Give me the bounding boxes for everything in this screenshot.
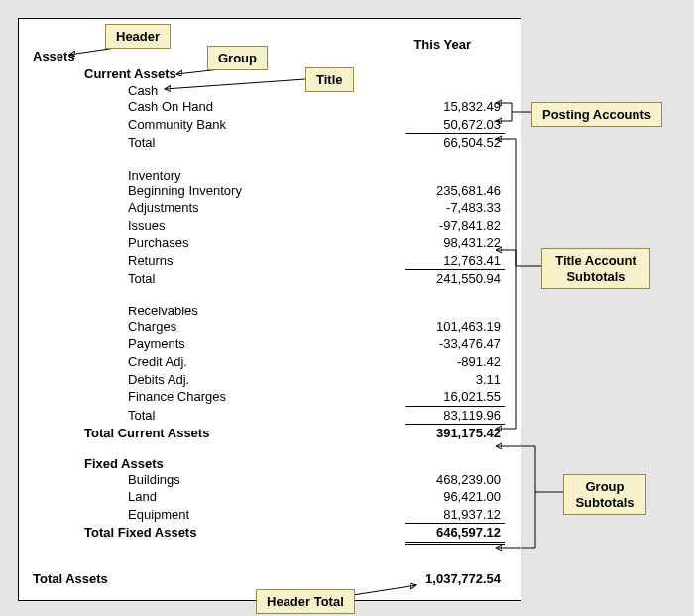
row-credit-adj: Credit Adj. -891.42 xyxy=(128,353,505,371)
label: Debits Adj. xyxy=(128,371,405,389)
label: Buildings xyxy=(128,471,405,489)
row-total-current-assets: Total Current Assets 391,175.42 xyxy=(84,425,505,442)
row-charges: Charges 101,463.19 xyxy=(128,318,505,336)
row-land: Land 96,421.00 xyxy=(128,488,505,506)
label: Purchases xyxy=(128,234,405,252)
label: Total Current Assets xyxy=(84,425,209,442)
label: Total xyxy=(128,407,405,426)
value: 15,832.49 xyxy=(405,98,505,116)
row-total-assets: Total Assets 1,037,772.54 xyxy=(33,571,505,586)
callout-title: Title xyxy=(305,67,354,92)
value: 468,239.00 xyxy=(405,471,505,489)
balance-sheet-document: This Year Assets Current Assets Cash Cas… xyxy=(18,18,521,601)
row-cash-on-hand: Cash On Hand 15,832.49 xyxy=(128,98,505,116)
callout-title-subtotals: Title Account Subtotals xyxy=(541,248,650,289)
row-inventory-total: Total 241,550.94 xyxy=(128,270,505,288)
assets-header: Assets xyxy=(33,49,75,63)
callout-header: Header xyxy=(105,24,171,49)
row-receivables-total: Total 83,119.96 xyxy=(128,407,505,426)
label: Payments xyxy=(128,335,405,353)
label: Returns xyxy=(128,252,405,271)
value: 98,431.22 xyxy=(405,234,505,252)
value: 3.11 xyxy=(405,371,505,389)
callout-group: Group xyxy=(207,46,268,70)
row-buildings: Buildings 468,239.00 xyxy=(128,471,505,489)
row-finance-charges: Finance Charges 16,021.55 xyxy=(128,388,505,407)
value: 81,937.12 xyxy=(405,506,505,525)
label: Credit Adj. xyxy=(128,353,405,371)
row-cash-total: Total 66,504.52 xyxy=(128,134,505,152)
value: 391,175.42 xyxy=(405,425,505,442)
title-inventory: Inventory xyxy=(128,168,505,183)
label: Total xyxy=(128,270,405,288)
label: Issues xyxy=(128,217,405,235)
value: 83,119.96 xyxy=(405,407,505,426)
label: Cash On Hand xyxy=(128,98,405,116)
label: Total Fixed Assets xyxy=(84,524,196,545)
value: 16,021.55 xyxy=(405,388,505,407)
value: 101,463.19 xyxy=(405,318,505,336)
value: 66,504.52 xyxy=(405,134,505,152)
value: 235,681.46 xyxy=(405,183,505,200)
value: -33,476.47 xyxy=(405,335,505,353)
row-adjustments: Adjustments -7,483.33 xyxy=(128,199,505,217)
title-receivables: Receivables xyxy=(128,304,505,318)
label: Adjustments xyxy=(128,199,405,217)
row-purchases: Purchases 98,431.22 xyxy=(128,234,505,252)
value: 12,763.41 xyxy=(405,252,505,271)
callout-group-subtotals: Group Subtotals xyxy=(563,474,646,515)
value: -7,483.33 xyxy=(405,199,505,217)
row-total-fixed-assets: Total Fixed Assets 646,597.12 xyxy=(84,524,505,545)
row-equipment: Equipment 81,937.12 xyxy=(128,506,505,525)
row-beg-inventory: Beginning Inventory 235,681.46 xyxy=(128,183,505,200)
callout-header-total: Header Total xyxy=(256,589,355,614)
group-fixed-assets: Fixed Assets xyxy=(84,456,505,471)
label: Community Bank xyxy=(128,116,405,135)
label: Land xyxy=(128,488,405,506)
content-area: Current Assets Cash Cash On Hand 15,832.… xyxy=(84,66,505,545)
label: Equipment xyxy=(128,506,405,525)
value: 50,672.03 xyxy=(405,116,505,135)
label: Beginning Inventory xyxy=(128,183,405,200)
value: 96,421.00 xyxy=(405,488,505,506)
value: -97,841.82 xyxy=(405,217,505,235)
value: 1,037,772.54 xyxy=(405,571,505,586)
value: 241,550.94 xyxy=(405,270,505,288)
value: -891.42 xyxy=(405,353,505,371)
label: Finance Charges xyxy=(128,388,405,407)
callout-posting-accounts: Posting Accounts xyxy=(531,102,662,127)
value: 646,597.12 xyxy=(405,524,505,545)
group-current-assets: Current Assets xyxy=(84,66,505,81)
row-debits-adj: Debits Adj. 3.11 xyxy=(128,371,505,389)
column-header: This Year xyxy=(413,37,471,52)
row-issues: Issues -97,841.82 xyxy=(128,217,505,235)
row-payments: Payments -33,476.47 xyxy=(128,335,505,353)
label: Total Assets xyxy=(33,571,108,586)
label: Total xyxy=(128,134,405,152)
label: Charges xyxy=(128,318,405,336)
row-returns: Returns 12,763.41 xyxy=(128,252,505,271)
row-community-bank: Community Bank 50,672.03 xyxy=(128,116,505,135)
